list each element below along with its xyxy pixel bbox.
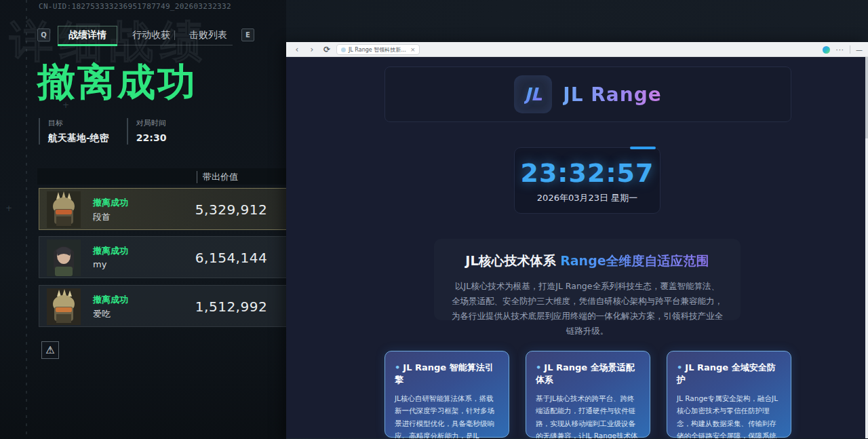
decor-plus: +	[5, 204, 12, 213]
results-tabbar: Q 战绩详情 行动收获 击败列表 E	[0, 26, 286, 46]
close-tab-icon[interactable]: ×	[410, 46, 416, 53]
tab-defeat-list[interactable]: 击败列表	[189, 26, 227, 45]
heading-gradient-part: Range全维度自适应范围	[560, 253, 709, 268]
clock-card: 23:32:57 2026年03月23日 星期一	[514, 147, 660, 214]
avatar	[47, 191, 81, 228]
brand-header-card: JL JL Range	[384, 66, 791, 122]
avatar	[47, 288, 81, 325]
match-stats: 目标 航天基地-绝密 对局时间 22:30	[39, 118, 184, 145]
tab-action-gains[interactable]: 行动收获	[132, 26, 170, 45]
browser-toolbar: ‹ › ⟳ JL Range 智领科技新... × ··· —	[286, 42, 868, 57]
column-header-extract-value: 带出价值	[197, 171, 238, 183]
tab-battle-details[interactable]: 战绩详情	[58, 26, 117, 45]
browser-window: ‹ › ⟳ JL Range 智领科技新... × ··· — JL JL Ra…	[286, 42, 868, 439]
browser-tab[interactable]: JL Range 智领科技新... ×	[336, 44, 420, 55]
favicon	[341, 47, 346, 52]
feature-card-security[interactable]: •JL Range 全域安全防护 JL Range专属安全架构，融合JL核心加密…	[667, 351, 791, 438]
extract-value: 1,512,992	[187, 299, 275, 315]
clock-time: 23:32:57	[515, 158, 660, 188]
more-menu-icon[interactable]: ···	[835, 46, 844, 54]
webpage: JL JL Range 23:32:57 2026年03月23日 星期一 JL核…	[286, 57, 868, 438]
soldier-avatar-art	[47, 288, 81, 325]
extract-value: 6,154,144	[187, 250, 275, 266]
feature-card-algorithm[interactable]: •JL Range 智能算法引擎 JL核心自研智能算法体系，搭载新一代深度学习框…	[384, 351, 509, 438]
card-title-text: JL Range 智能算法引擎	[395, 362, 494, 385]
card-title-text: JL Range 全场景适配体系	[536, 362, 635, 385]
card-body: JL Range专属安全架构，融合JL核心加密技术与零信任防护理念，构建从数据采…	[677, 392, 781, 438]
row-status: 撤离成功	[93, 294, 128, 306]
section-paragraph: 以JL核心技术为根基，打造JL Range全系列科技生态，覆盖智能算法、全场景适…	[452, 279, 723, 339]
bullet-icon: •	[395, 362, 400, 373]
scrollbar-thumb[interactable]	[865, 57, 868, 138]
stat-objective: 目标 航天基地-绝密	[39, 118, 109, 145]
jl-logo-icon: JL	[524, 84, 542, 104]
stat-label: 目标	[48, 118, 109, 128]
reload-icon[interactable]: ⟳	[321, 44, 332, 55]
tab-divider	[174, 31, 175, 40]
card-body: 基于JL核心技术的跨平台、跨终端适配能力，打通硬件与软件链路，实现从移动端到工业…	[536, 392, 640, 438]
stat-duration: 对局时间 22:30	[127, 118, 167, 145]
toolbar-separator	[850, 45, 850, 54]
keyhint-q: Q	[37, 28, 50, 41]
feature-cards-row: •JL Range 智能算法引擎 JL核心自研智能算法体系，搭载新一代深度学习框…	[384, 351, 791, 438]
player-uid: CN-UID:182753333236951787749_20260323233…	[39, 2, 231, 11]
stat-value: 航天基地-绝密	[48, 132, 109, 145]
report-warning-button[interactable]: ⚠	[41, 341, 59, 359]
tab-title: JL Range 智领科技新...	[349, 46, 406, 54]
player-name: my	[93, 259, 106, 269]
avatar	[47, 240, 81, 276]
card-title: •JL Range 全场景适配体系	[536, 362, 640, 386]
row-status: 撤离成功	[93, 245, 128, 257]
soldier-avatar-art	[47, 191, 81, 228]
bullet-icon: •	[677, 362, 682, 373]
feature-card-adaptation[interactable]: •JL Range 全场景适配体系 基于JL核心技术的跨平台、跨终端适配能力，打…	[526, 351, 650, 438]
page-scrollbar[interactable]	[865, 57, 868, 438]
heading-white-part: JL核心技术体系	[465, 253, 560, 268]
forward-icon[interactable]: ›	[307, 44, 317, 55]
card-body: JL核心自研智能算法体系，搭载新一代深度学习框架，针对多场景进行模型优化，具备毫…	[395, 392, 499, 438]
card-title: •JL Range 全域安全防护	[677, 362, 781, 386]
brand-name: JL Range	[563, 83, 661, 106]
tabbar-underline	[58, 45, 233, 45]
back-icon[interactable]: ‹	[292, 44, 302, 55]
minimize-icon[interactable]: —	[856, 46, 863, 54]
clock-accent-bar	[630, 147, 656, 149]
row-status: 撤离成功	[93, 197, 128, 209]
player-name: 爱吃	[93, 308, 111, 320]
keyhint-e: E	[241, 28, 254, 41]
browser-logo-icon[interactable]	[823, 46, 830, 54]
toolbar-right-controls: ··· —	[823, 44, 863, 55]
section-heading: JL核心技术体系 Range全维度自适应范围	[452, 252, 723, 270]
bullet-icon: •	[536, 362, 541, 373]
card-title-text: JL Range 全域安全防护	[677, 362, 776, 385]
card-title: •JL Range 智能算法引擎	[395, 362, 499, 386]
stat-label: 对局时间	[136, 118, 167, 128]
stat-value: 22:30	[136, 132, 167, 143]
extract-value: 5,329,912	[187, 202, 275, 218]
player-name: 段首	[93, 211, 111, 223]
warning-icon: ⚠	[45, 344, 54, 356]
jl-logo-tile: JL	[514, 75, 552, 113]
clock-date: 2026年03月23日 星期一	[515, 192, 660, 204]
intro-section-card: JL核心技术体系 Range全维度自适应范围 以JL核心技术为根基，打造JL R…	[434, 239, 741, 320]
result-title: 撤离成功	[37, 57, 197, 109]
female-avatar-art	[47, 240, 81, 276]
screen: + + 详细战绩 CN-UID:182753333236951787749_20…	[0, 0, 868, 439]
